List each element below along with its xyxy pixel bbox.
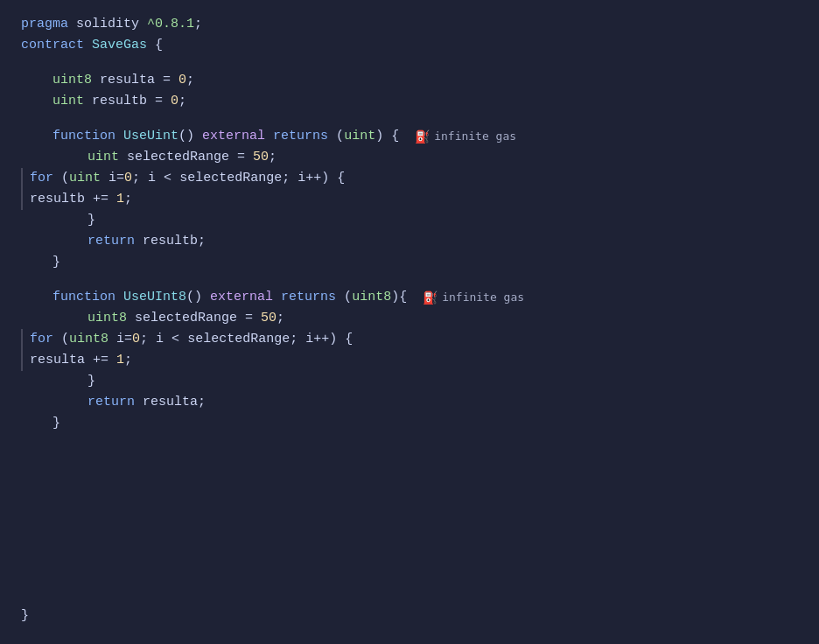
line-func-useuint8: function UseUInt8 () external returns ( … — [18, 287, 819, 308]
code-editor: pragma solidity ^0.8.1 ; contract SaveGa… — [0, 0, 819, 644]
line-return-resulta: return resulta; — [18, 392, 819, 413]
line-for-uint8: for ( uint8 i = 0 ; i < selectedRange; i… — [18, 329, 819, 350]
line-close-func-useuint8: } — [18, 413, 819, 434]
line-close-func-useuint: } — [18, 252, 819, 273]
line-resultb: uint resultb = 0 ; — [18, 91, 819, 112]
block-border — [21, 168, 23, 189]
line-for-uint: for ( uint i = 0 ; i < selectedRange; i … — [18, 168, 819, 189]
line-close-contract: } — [21, 606, 29, 626]
gas-label-useuint8: infinite gas — [442, 289, 524, 307]
gas-icon-2: ⛽ — [423, 288, 438, 307]
line-pragma: pragma solidity ^0.8.1 ; — [18, 14, 819, 35]
line-resulta-inc: resulta += 1 ; — [18, 350, 819, 371]
block-border-2 — [21, 329, 23, 350]
gas-icon: ⛽ — [415, 127, 430, 146]
line-contract: contract SaveGas { — [18, 35, 819, 56]
line-close-for-uint: } — [18, 210, 819, 231]
line-resulta: uint8 resulta = 0 ; — [18, 70, 819, 91]
line-close-for-uint8: } — [18, 371, 819, 392]
gas-badge-useuint8: ⛽ infinite gas — [423, 288, 524, 307]
block-border-inner — [21, 189, 23, 210]
keyword-pragma: pragma — [21, 14, 68, 35]
line-selectedrange-uint: uint selectedRange = 50 ; — [18, 147, 819, 168]
gas-badge-useuint: ⛽ infinite gas — [415, 127, 516, 146]
line-resultb-inc: resultb += 1 ; — [18, 189, 819, 210]
line-selectedrange-uint8: uint8 selectedRange = 50 ; — [18, 308, 819, 329]
line-func-useuint: function UseUint () external returns ( u… — [18, 126, 819, 147]
block-border-inner-2 — [21, 350, 23, 371]
line-return-resultb: return resultb; — [18, 231, 819, 252]
gas-label-useuint: infinite gas — [434, 128, 516, 146]
